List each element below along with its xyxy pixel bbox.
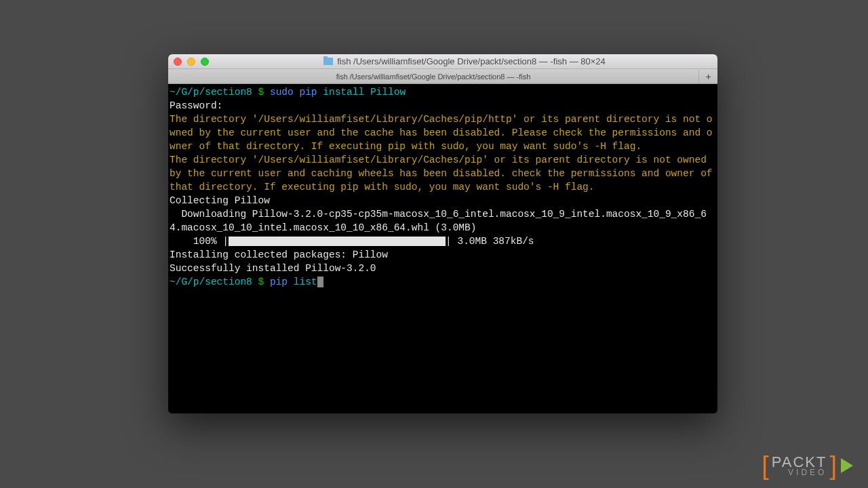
maximize-icon[interactable] — [201, 58, 209, 66]
progress-pct: 100% | — [170, 236, 229, 247]
warning-2: The directory '/Users/williamfiset/Libra… — [170, 155, 717, 192]
cmd-sudo: sudo — [270, 87, 294, 98]
minimize-icon[interactable] — [187, 58, 195, 66]
tab-bar: fish /Users/williamfiset/Google Drive/pa… — [168, 69, 717, 84]
prompt-symbol: $ — [258, 87, 264, 98]
logo-text-bottom: VIDEO — [772, 469, 827, 476]
close-icon[interactable] — [174, 58, 182, 66]
terminal-window: fish /Users/williamfiset/Google Drive/pa… — [168, 54, 717, 413]
warning-1: The directory '/Users/williamfiset/Libra… — [170, 114, 713, 152]
bracket-left-icon: [ — [762, 453, 769, 479]
password-prompt: Password: — [170, 100, 222, 111]
success-line: Successfully installed Pillow-3.2.0 — [170, 263, 376, 274]
titlebar[interactable]: fish /Users/williamfiset/Google Drive/pa… — [168, 54, 717, 69]
cmd-list: list — [294, 277, 317, 287]
title-text: fish /Users/williamfiset/Google Drive/pa… — [337, 56, 606, 66]
prompt-symbol-2: $ — [258, 277, 264, 287]
cmd-args: install Pillow — [323, 87, 406, 98]
folder-icon — [323, 58, 333, 65]
bracket-right-icon: ] — [829, 453, 837, 479]
cursor — [317, 277, 323, 287]
tab-active[interactable]: fish /Users/williamfiset/Google Drive/pa… — [168, 70, 698, 83]
cmd-pip-2: pip — [270, 277, 288, 287]
prompt-path: ~/G/p/section8 — [170, 87, 252, 98]
downloading-line: Downloading Pillow-3.2.0-cp35-cp35m-maco… — [170, 209, 707, 233]
terminal-content[interactable]: ~/G/p/section8 $ sudo pip install Pillow… — [168, 84, 717, 413]
progress-bar — [229, 237, 446, 246]
progress-after: | 3.0MB 387kB/s — [446, 236, 534, 247]
traffic-lights — [174, 58, 209, 66]
installing-line: Installing collected packages: Pillow — [170, 249, 388, 260]
collecting-line: Collecting Pillow — [170, 195, 270, 206]
prompt-path-2: ~/G/p/section8 — [170, 277, 252, 287]
window-title: fish /Users/williamfiset/Google Drive/pa… — [217, 56, 712, 66]
play-icon — [841, 458, 853, 473]
packt-logo: [ PACKT VIDEO ] — [762, 453, 853, 479]
cmd-pip: pip — [299, 87, 317, 98]
logo-text-top: PACKT — [772, 455, 827, 469]
new-tab-button[interactable]: + — [698, 70, 717, 83]
